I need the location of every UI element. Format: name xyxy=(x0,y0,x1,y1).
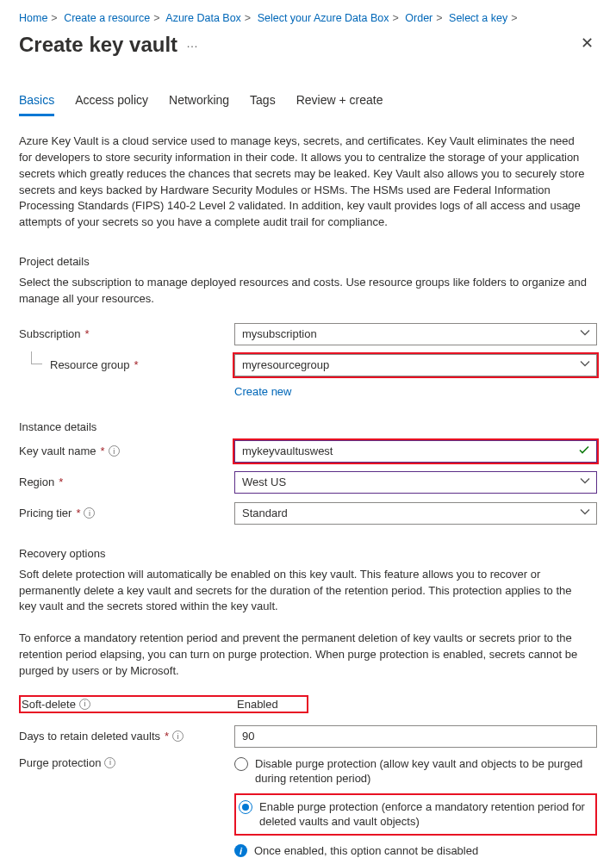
info-icon[interactable]: i xyxy=(104,757,115,768)
subscription-label: Subscription xyxy=(19,327,81,340)
soft-delete-value: Enabled xyxy=(237,698,278,711)
keyvault-name-value: mykeyvaultuswest xyxy=(242,444,333,457)
info-icon: i xyxy=(234,844,247,857)
region-value: West US xyxy=(242,476,286,488)
breadcrumb-link[interactable]: Azure Data Box xyxy=(165,12,241,24)
region-label: Region xyxy=(19,476,54,488)
tab-networking[interactable]: Networking xyxy=(169,88,229,116)
breadcrumb-link[interactable]: Home xyxy=(19,12,47,24)
subscription-select[interactable]: mysubscription xyxy=(234,323,597,345)
recovery-sub2: To enforce a mandatory retention period … xyxy=(19,631,588,680)
breadcrumb-link[interactable]: Select a key xyxy=(449,12,507,24)
info-icon[interactable]: i xyxy=(172,730,184,742)
soft-delete-label: Soft-delete xyxy=(22,698,76,711)
info-icon[interactable]: i xyxy=(79,699,90,710)
info-icon[interactable]: i xyxy=(109,445,120,457)
purge-enable-radio[interactable]: Enable purge protection (enforce a manda… xyxy=(237,796,594,833)
purge-enable-label: Enable purge protection (enforce a manda… xyxy=(259,799,593,830)
pricing-tier-select[interactable]: Standard xyxy=(234,502,597,525)
purge-disable-radio[interactable]: Disable purge protection (allow key vaul… xyxy=(234,756,597,786)
project-heading: Project details xyxy=(19,255,597,268)
tabs: Basics Access policy Networking Tags Rev… xyxy=(19,88,597,116)
region-select[interactable]: West US xyxy=(234,471,597,494)
retain-days-input[interactable]: 90 xyxy=(234,725,597,748)
tab-basics[interactable]: Basics xyxy=(19,88,54,116)
intro-text: Azure Key Vault is a cloud service used … xyxy=(19,134,588,231)
keyvault-name-label: Key vault name xyxy=(19,444,96,457)
retain-days-value: 90 xyxy=(242,730,254,743)
purge-disable-label: Disable purge protection (allow key vaul… xyxy=(255,756,597,786)
tab-tags[interactable]: Tags xyxy=(250,88,276,116)
breadcrumb-link[interactable]: Select your Azure Data Box xyxy=(258,12,389,24)
resource-group-value: myresourcegroup xyxy=(242,358,329,371)
pricing-tier-value: Standard xyxy=(242,507,288,519)
tab-review-create[interactable]: Review + create xyxy=(296,88,383,116)
close-icon[interactable]: ✕ xyxy=(577,30,597,56)
breadcrumb: Home> Create a resource> Azure Data Box>… xyxy=(19,12,597,24)
recovery-sub1: Soft delete protection will automaticall… xyxy=(19,567,588,616)
instance-heading: Instance details xyxy=(19,420,597,433)
breadcrumb-link[interactable]: Order xyxy=(405,12,432,24)
purge-protection-label: Purge protection xyxy=(19,756,101,769)
create-new-link[interactable]: Create new xyxy=(234,385,291,398)
retain-days-label: Days to retain deleted vaults xyxy=(19,730,160,743)
breadcrumb-link[interactable]: Create a resource xyxy=(64,12,150,24)
keyvault-name-input[interactable]: mykeyvaultuswest xyxy=(234,440,597,463)
subscription-value: mysubscription xyxy=(242,327,317,340)
page-title: Create key vault xyxy=(19,33,177,57)
recovery-heading: Recovery options xyxy=(19,547,597,560)
pricing-tier-label: Pricing tier xyxy=(19,507,72,519)
info-icon[interactable]: i xyxy=(84,507,95,519)
tab-access-policy[interactable]: Access policy xyxy=(75,88,148,116)
purge-note: Once enabled, this option cannot be disa… xyxy=(254,844,478,857)
radio-icon xyxy=(239,800,252,814)
radio-icon xyxy=(234,757,248,771)
project-sub: Select the subscription to manage deploy… xyxy=(19,275,588,308)
resource-group-label: Resource group xyxy=(50,358,130,371)
resource-group-select[interactable]: myresourcegroup xyxy=(234,354,597,376)
more-icon[interactable]: … xyxy=(186,36,198,50)
